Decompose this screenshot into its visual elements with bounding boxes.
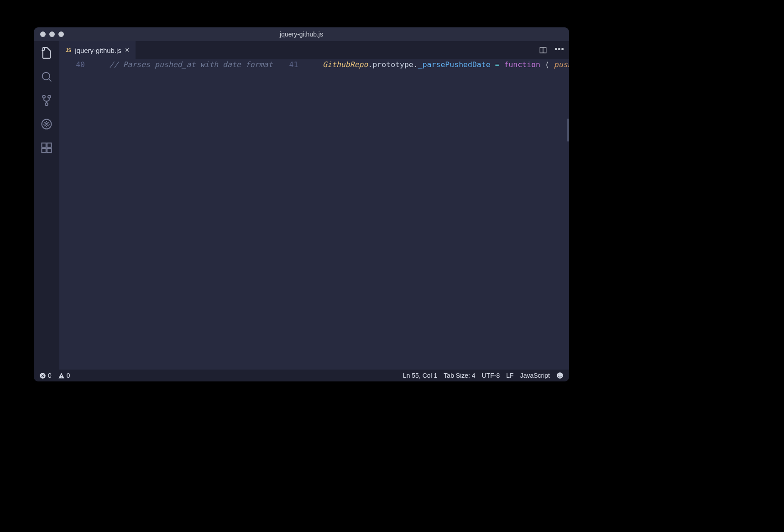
status-cursor-position[interactable]: Ln 55, Col 1	[403, 372, 438, 379]
body-area: JS jquery-github.js × ••• 40 // Parses p…	[34, 41, 569, 370]
titlebar: jquery-github.js	[34, 27, 569, 41]
tab-jquery-github[interactable]: JS jquery-github.js ×	[59, 41, 136, 59]
status-warnings[interactable]: 0	[58, 372, 70, 379]
feedback-icon[interactable]	[556, 372, 564, 379]
code-editor[interactable]: 40 // Parses pushed_at with date format4…	[59, 59, 569, 370]
svg-rect-6	[42, 143, 46, 147]
svg-point-16	[61, 376, 62, 377]
traffic-lights	[34, 31, 64, 37]
svg-rect-8	[42, 148, 46, 152]
svg-point-0	[42, 73, 50, 80]
file-type-badge: JS	[66, 48, 71, 53]
code-line[interactable]: 41 GithubRepo.prototype._parsePushedDate…	[272, 59, 569, 70]
code-line[interactable]: 40 // Parses pushed_at with date format	[59, 59, 272, 70]
tab-filename: jquery-github.js	[75, 47, 121, 54]
more-actions-icon[interactable]: •••	[554, 46, 563, 54]
minimize-window-button[interactable]	[49, 31, 55, 37]
editor-area: JS jquery-github.js × ••• 40 // Parses p…	[59, 41, 569, 370]
svg-point-4	[45, 103, 48, 105]
svg-rect-7	[47, 143, 51, 147]
svg-point-18	[559, 375, 559, 376]
svg-point-3	[48, 95, 51, 98]
status-errors[interactable]: 0	[39, 372, 52, 379]
explorer-icon[interactable]	[40, 47, 53, 59]
status-encoding[interactable]: UTF-8	[482, 372, 500, 379]
status-language[interactable]: JavaScript	[520, 372, 550, 379]
close-tab-icon[interactable]: ×	[125, 46, 129, 54]
line-number: 40	[59, 59, 91, 70]
svg-point-17	[557, 372, 563, 378]
svg-point-19	[560, 375, 561, 376]
statusbar: 0 0 Ln 55, Col 1 Tab Size: 4 UTF-8 LF Ja…	[34, 370, 569, 381]
svg-rect-9	[47, 148, 51, 152]
status-eol[interactable]: LF	[506, 372, 513, 379]
source-control-icon[interactable]	[40, 94, 53, 107]
svg-point-2	[42, 95, 45, 98]
extensions-icon[interactable]	[40, 141, 53, 154]
line-content: // Parses pushed_at with date format	[91, 59, 272, 70]
maximize-window-button[interactable]	[58, 31, 64, 37]
scrollbar[interactable]	[567, 119, 569, 141]
activity-bar	[34, 41, 59, 370]
debug-icon[interactable]	[40, 118, 53, 130]
status-tab-size[interactable]: Tab Size: 4	[444, 372, 475, 379]
split-editor-icon[interactable]	[539, 46, 547, 54]
close-window-button[interactable]	[40, 31, 46, 37]
tabs-row: JS jquery-github.js × •••	[59, 41, 569, 59]
line-number: 41	[272, 59, 304, 70]
search-icon[interactable]	[40, 70, 53, 83]
line-content: GithubRepo.prototype._parsePushedDate = …	[304, 59, 569, 70]
svg-line-1	[49, 79, 52, 82]
editor-window: jquery-github.js	[34, 27, 569, 381]
window-title: jquery-github.js	[280, 31, 323, 38]
